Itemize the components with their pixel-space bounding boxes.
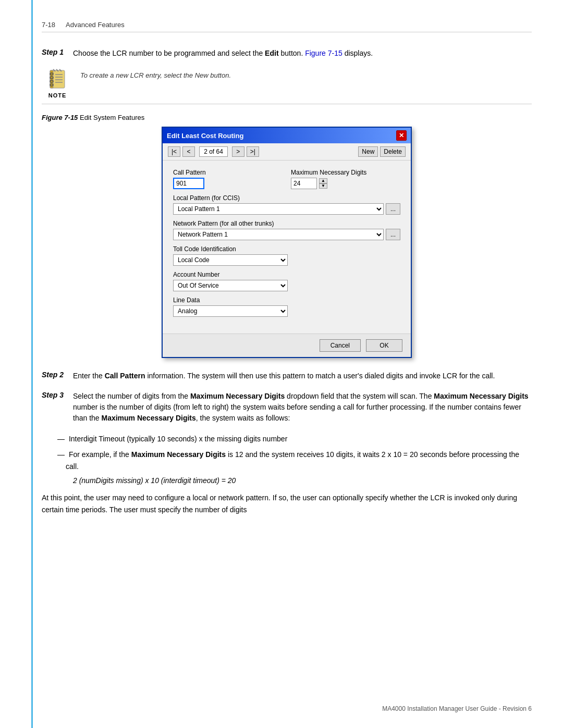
max-digits-bold-1: Maximum Necessary Digits	[190, 392, 285, 400]
max-digits-bold-3: Maximum Necessary Digits	[102, 414, 196, 422]
page-number: 7-18	[42, 21, 55, 29]
body-paragraph: At this point, the user may need to conf…	[42, 492, 532, 515]
step-1-content: Choose the LCR number to be programmed a…	[73, 48, 532, 59]
dialog-toolbar: |< < 2 of 64 > >| New Delete	[163, 143, 411, 161]
call-pattern-bold: Call Pattern	[105, 372, 145, 380]
step-3-content: Select the number of digits from the Max…	[73, 391, 532, 424]
figure-caption: Figure 7-15 Edit System Features	[42, 114, 532, 121]
toolbar-last-button[interactable]: >|	[247, 146, 259, 157]
dialog-wrapper: Edit Least Cost Routing ✕ |< < 2 of 64 >…	[42, 127, 532, 358]
step-3-label: Step 3	[42, 391, 73, 399]
spinner-buttons: ▲ ▼	[319, 178, 327, 189]
step-3-text-mid1: dropdown field that the system will scan…	[285, 392, 434, 400]
page-footer: MA4000 Installation Manager User Guide -…	[382, 705, 532, 712]
max-digits-input[interactable]	[291, 178, 317, 189]
line-data-select[interactable]: Analog	[173, 305, 288, 317]
edit-lcr-dialog: Edit Least Cost Routing ✕ |< < 2 of 64 >…	[162, 127, 412, 358]
figure-caption-bold: Figure 7-15	[42, 114, 78, 121]
dialog-close-button[interactable]: ✕	[396, 130, 407, 141]
toll-code-select[interactable]: Local Code	[173, 254, 288, 266]
call-pattern-group: Call Pattern	[173, 169, 283, 189]
step-1-button-text: button.	[279, 49, 305, 57]
step-3-text-before: Select the number of digits from the	[73, 392, 190, 400]
header-title: Advanced Features	[66, 21, 125, 29]
note-text: To create a new LCR entry, select the Ne…	[80, 68, 231, 79]
line-data-group: Line Data Analog	[173, 297, 400, 317]
note-icon-area: NOTE	[42, 68, 73, 98]
figure-caption-rest: Edit System Features	[78, 114, 144, 121]
max-digits-group: Maximum Necessary Digits ▲ ▼	[291, 169, 400, 189]
step-2-text-after: information. The system will then use th…	[145, 372, 495, 380]
bullet-1-text: Interdigit Timeout (typically 10 seconds…	[69, 435, 287, 443]
bullet-item-2: For example, if the Maximum Necessary Di…	[57, 449, 532, 472]
line-data-label: Line Data	[173, 297, 400, 304]
network-pattern-ellipsis-button[interactable]: ...	[386, 229, 400, 240]
figure-link[interactable]: Figure 7-15	[305, 49, 342, 57]
spinner-up-button[interactable]: ▲	[319, 178, 327, 183]
step-3-text-end: , the system waits as follows:	[196, 414, 290, 422]
account-number-select[interactable]: Out Of Service	[173, 280, 288, 291]
toolbar-next-button[interactable]: >	[232, 146, 244, 157]
toolbar-prev-button[interactable]: <	[182, 146, 195, 157]
spinner-down-button[interactable]: ▼	[319, 183, 327, 189]
bullet-2-before: For example, if the	[69, 450, 131, 459]
form-row-1: Call Pattern Maximum Necessary Digits ▲ …	[173, 169, 400, 189]
local-pattern-ellipsis-button[interactable]: ...	[386, 203, 400, 215]
bullet-2-bold: Maximum Necessary Digits	[131, 450, 226, 459]
local-pattern-select-row: Local Pattern 1 ...	[173, 203, 400, 215]
local-pattern-select[interactable]: Local Pattern 1	[173, 203, 384, 215]
formula-text: 2 (numDigits missing) x 10 (interdigit t…	[73, 476, 236, 485]
ok-button[interactable]: OK	[366, 339, 402, 352]
dialog-title: Edit Least Cost Routing	[167, 132, 243, 140]
bullet-item-1: Interdigit Timeout (typically 10 seconds…	[57, 433, 532, 445]
step-3-section: Step 3 Select the number of digits from …	[42, 391, 532, 424]
local-pattern-label: Local Pattern (for CCIS)	[173, 194, 400, 202]
toolbar-delete-button[interactable]: Delete	[380, 146, 406, 157]
step-1-section: Step 1 Choose the LCR number to be progr…	[42, 48, 532, 59]
toolbar-first-button[interactable]: |<	[168, 146, 180, 157]
dialog-footer: Cancel OK	[163, 334, 411, 357]
max-digits-label: Maximum Necessary Digits	[291, 169, 400, 176]
max-digits-bold-2: Maximum Necessary Digits	[434, 392, 528, 400]
toll-code-label: Toll Code Identification	[173, 245, 400, 253]
network-pattern-label: Network Pattern (for all other trunks)	[173, 220, 400, 227]
max-digits-spinner: ▲ ▼	[291, 178, 400, 189]
note-box: NOTE To create a new LCR entry, select t…	[42, 68, 532, 104]
account-number-label: Account Number	[173, 271, 400, 278]
toolbar-counter: 2 of 64	[199, 146, 228, 157]
account-number-group: Account Number Out Of Service	[173, 271, 400, 291]
call-pattern-label: Call Pattern	[173, 169, 283, 176]
step-2-content: Enter the Call Pattern information. The …	[73, 371, 532, 381]
dialog-titlebar: Edit Least Cost Routing ✕	[163, 128, 411, 143]
note-icon	[46, 68, 69, 91]
network-pattern-select-row: Network Pattern 1 ...	[173, 229, 400, 240]
toll-code-group: Toll Code Identification Local Code	[173, 245, 400, 266]
step-1-text-before: Choose the LCR number to be programmed a…	[73, 49, 265, 57]
toolbar-new-button[interactable]: New	[358, 146, 378, 157]
page-header: 7-18 Advanced Features	[42, 21, 532, 32]
call-pattern-input[interactable]	[173, 178, 204, 189]
network-pattern-select[interactable]: Network Pattern 1	[173, 229, 384, 240]
dialog-body: Call Pattern Maximum Necessary Digits ▲ …	[163, 161, 411, 334]
formula: 2 (numDigits missing) x 10 (interdigit t…	[73, 476, 532, 485]
note-label: NOTE	[48, 92, 67, 98]
cancel-button[interactable]: Cancel	[320, 339, 361, 352]
step-2-label: Step 2	[42, 371, 73, 379]
displays-text: displays.	[342, 49, 373, 57]
edit-bold: Edit	[265, 49, 278, 57]
step-1-label: Step 1	[42, 48, 73, 56]
step-2-section: Step 2 Enter the Call Pattern informatio…	[42, 371, 532, 381]
step-2-text-before: Enter the	[73, 372, 105, 380]
network-pattern-group: Network Pattern (for all other trunks) N…	[173, 220, 400, 240]
local-pattern-group: Local Pattern (for CCIS) Local Pattern 1…	[173, 194, 400, 215]
